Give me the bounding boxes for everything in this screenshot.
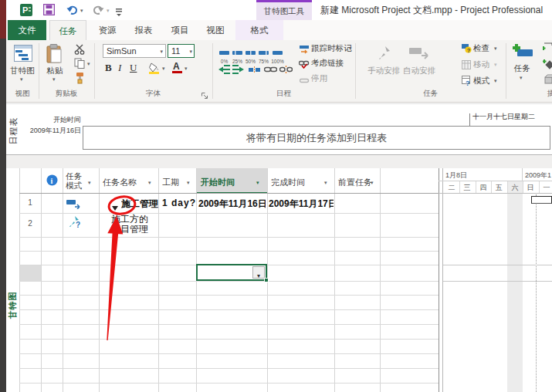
- day-column-separator: [539, 181, 540, 193]
- column-gridline: [63, 168, 63, 392]
- column-header-predecessors[interactable]: 前置任务: [338, 177, 372, 188]
- table-header-bottom-border: [19, 193, 439, 194]
- row-number[interactable]: 2: [19, 219, 41, 228]
- column-gridline: [334, 168, 335, 392]
- timescale-week-divider: [522, 168, 523, 181]
- row-gridline: [19, 383, 439, 384]
- svg-text:i: i: [51, 177, 53, 185]
- column-header-duration[interactable]: 工期: [162, 177, 179, 188]
- row-gridline: [19, 353, 439, 354]
- day-column-separator: [507, 181, 508, 193]
- column-header-start-dropdown-icon[interactable]: ▾: [256, 180, 259, 185]
- task-duration-cell[interactable]: 1 day?: [162, 198, 196, 208]
- timescale-day[interactable]: 日: [523, 183, 538, 193]
- chevron-down-icon: ▾: [257, 272, 260, 279]
- row-gridline: [19, 309, 439, 310]
- timescale-tier-border: [439, 181, 552, 181]
- gantt-pane-label[interactable]: 甘特图: [5, 280, 19, 329]
- column-header-start[interactable]: 开始时间: [201, 177, 235, 188]
- column-header-duration-dropdown-icon[interactable]: ▾: [187, 180, 190, 185]
- day-column-separator: [491, 181, 492, 193]
- timescale-week-label-left[interactable]: 1月8日: [445, 171, 467, 181]
- row-gridline: [19, 339, 439, 340]
- project-start-date-line: [536, 194, 537, 392]
- row-gridline: [19, 251, 439, 252]
- timescale-bottom-border: [439, 193, 552, 194]
- row-number[interactable]: 1: [19, 198, 41, 207]
- column-gridline: [41, 168, 42, 392]
- row-gridline: [19, 295, 439, 296]
- timescale-day[interactable]: 二: [444, 183, 459, 193]
- task-start-cell[interactable]: 2009年11月16日: [198, 198, 266, 211]
- task-name-cell[interactable]: 施工管理: [121, 198, 158, 211]
- task-name-cell[interactable]: 施工方的项目管理: [111, 215, 154, 235]
- timescale-day[interactable]: 一: [539, 183, 552, 193]
- row-gridline: [19, 368, 439, 369]
- column-header-finish-dropdown-icon[interactable]: ▾: [324, 180, 327, 185]
- row-gridline: [19, 237, 439, 238]
- task-mode-manual-question-icon[interactable]: ?: [68, 215, 82, 232]
- selected-row-number-cell[interactable]: [20, 265, 41, 281]
- app-window: P ▾ ▾ 甘特图工具 新建 Microsoft Project 文档.mpp …: [0, 0, 552, 392]
- row-gridline: [19, 213, 439, 214]
- weekend-shade-column: [507, 181, 523, 392]
- selected-cell-fill-handle[interactable]: [264, 278, 269, 282]
- column-header-predecessors-dropdown-icon[interactable]: ▾: [371, 180, 374, 185]
- timescale-week-label-right[interactable]: 2009年1: [525, 171, 551, 181]
- gantt-splitter-line-2[interactable]: [442, 168, 443, 392]
- column-gridline: [99, 168, 100, 392]
- column-header-mode[interactable]: 任务模式: [66, 171, 84, 190]
- timescale-day[interactable]: 四: [476, 183, 491, 193]
- column-gridline: [158, 168, 159, 392]
- day-column-separator: [459, 181, 460, 193]
- selected-cell-dropdown-button[interactable]: ▾: [252, 266, 265, 279]
- gantt-chart-pane: 1月8日 2009年1 二 三 四 五 六 日 一: [439, 168, 552, 392]
- collapse-triangle-icon[interactable]: [111, 201, 119, 215]
- summary-task-bar[interactable]: [531, 196, 552, 204]
- row-gridline: [19, 324, 439, 325]
- selected-row-line-bottom: [443, 281, 552, 282]
- selected-cell[interactable]: ▾: [196, 264, 267, 281]
- timescale-day[interactable]: 五: [491, 183, 506, 193]
- day-column-separator: [476, 181, 476, 193]
- task-finish-cell[interactable]: 2009年11月17日: [269, 198, 334, 211]
- gantt-splitter-line-1[interactable]: [439, 168, 439, 392]
- column-header-finish[interactable]: 完成时间: [271, 177, 305, 188]
- row-gridline: [19, 281, 439, 282]
- selected-row-line-top: [443, 265, 552, 265]
- timescale-day[interactable]: 六: [507, 183, 523, 193]
- column-header-name[interactable]: 任务名称: [103, 177, 137, 188]
- timescale-day[interactable]: 三: [459, 183, 475, 193]
- task-mode-auto-icon[interactable]: [66, 198, 82, 212]
- svg-text:?: ?: [76, 221, 80, 229]
- column-header-name-dropdown-icon[interactable]: ▾: [148, 180, 151, 185]
- day-column-separator: [523, 181, 523, 193]
- info-column-header-icon[interactable]: i: [46, 174, 58, 189]
- column-header-mode-dropdown-icon[interactable]: ▾: [88, 180, 91, 185]
- column-gridline: [380, 168, 381, 392]
